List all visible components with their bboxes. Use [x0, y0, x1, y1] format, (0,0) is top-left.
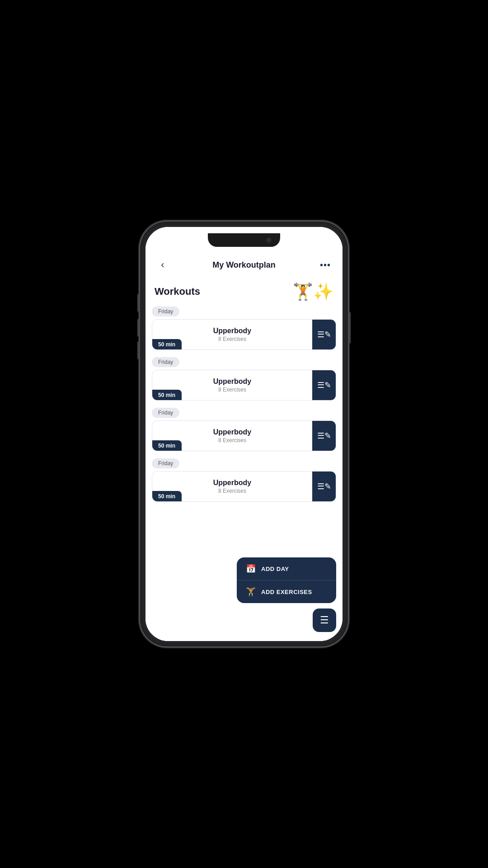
add-exercises-button[interactable]: 🏋 ADD EXERCISES: [237, 580, 336, 603]
app-content: ‹ My Workoutplan ••• Workouts 🏋️✨ Friday: [145, 250, 343, 641]
day-badge: Friday: [152, 307, 179, 316]
edit-icon: ☰✎: [317, 380, 331, 390]
workout-exercises: 8 Exercises: [218, 437, 246, 443]
notch: [208, 233, 280, 247]
edit-icon: ☰✎: [317, 431, 331, 441]
workout-item: Friday Upperbody 8 Exercises 50 min ☰✎: [152, 458, 336, 502]
day-badge: Friday: [152, 357, 179, 367]
back-icon: ‹: [161, 259, 164, 271]
workout-exercises: 8 Exercises: [218, 488, 246, 494]
edit-icon: ☰✎: [317, 481, 331, 491]
time-badge: 50 min: [152, 339, 182, 350]
notch-area: [145, 227, 343, 250]
time-badge: 50 min: [152, 491, 182, 502]
add-day-button[interactable]: 📅 ADD DAY: [237, 557, 336, 580]
workout-card: Upperbody 8 Exercises 50 min ☰✎: [152, 319, 336, 350]
workout-name: Upperbody: [213, 377, 251, 386]
more-icon: •••: [320, 260, 331, 270]
time-badge: 50 min: [152, 390, 182, 401]
day-badge: Friday: [152, 458, 179, 468]
more-button[interactable]: •••: [317, 257, 333, 273]
header: ‹ My Workoutplan •••: [145, 250, 343, 278]
section-title: Workouts: [155, 286, 200, 297]
workout-exercises: 8 Exercises: [218, 387, 246, 393]
time-badge: 50 min: [152, 440, 182, 451]
edit-button-3[interactable]: ☰✎: [312, 472, 336, 501]
phone-screen: ‹ My Workoutplan ••• Workouts 🏋️✨ Friday: [145, 227, 343, 641]
trophy-icon: 🏋️✨: [293, 282, 333, 301]
add-exercises-label: ADD EXERCISES: [261, 589, 312, 595]
edit-button-1[interactable]: ☰✎: [312, 370, 336, 400]
add-day-label: ADD DAY: [261, 566, 289, 572]
back-button[interactable]: ‹: [155, 257, 171, 273]
fab-list-button[interactable]: ☰: [313, 609, 336, 632]
workout-card: Upperbody 8 Exercises 50 min ☰✎: [152, 471, 336, 502]
section-header: Workouts 🏋️✨: [145, 278, 343, 307]
workout-exercises: 8 Exercises: [218, 336, 246, 342]
workout-item: Friday Upperbody 8 Exercises 50 min ☰✎: [152, 408, 336, 451]
workout-name: Upperbody: [213, 428, 251, 436]
front-camera: [267, 238, 271, 242]
list-icon: ☰: [320, 614, 329, 626]
workout-name: Upperbody: [213, 479, 251, 487]
calendar-icon: 📅: [246, 564, 256, 574]
action-card: 📅 ADD DAY 🏋 ADD EXERCISES: [237, 557, 336, 603]
edit-button-0[interactable]: ☰✎: [312, 320, 336, 349]
workout-card: Upperbody 8 Exercises 50 min ☰✎: [152, 370, 336, 401]
workout-item: Friday Upperbody 8 Exercises 50 min ☰✎: [152, 357, 336, 401]
phone-frame: ‹ My Workoutplan ••• Workouts 🏋️✨ Friday: [140, 222, 348, 646]
exercises-icon: 🏋: [246, 587, 256, 597]
bottom-action-area: 📅 ADD DAY 🏋 ADD EXERCISES ☰: [145, 550, 343, 641]
workout-item: Friday Upperbody 8 Exercises 50 min ☰✎: [152, 307, 336, 350]
workout-list: Friday Upperbody 8 Exercises 50 min ☰✎: [145, 307, 343, 550]
page-title: My Workoutplan: [212, 260, 276, 270]
workout-card: Upperbody 8 Exercises 50 min ☰✎: [152, 420, 336, 451]
day-badge: Friday: [152, 408, 179, 418]
workout-name: Upperbody: [213, 327, 251, 335]
edit-button-2[interactable]: ☰✎: [312, 421, 336, 451]
edit-icon: ☰✎: [317, 330, 331, 340]
